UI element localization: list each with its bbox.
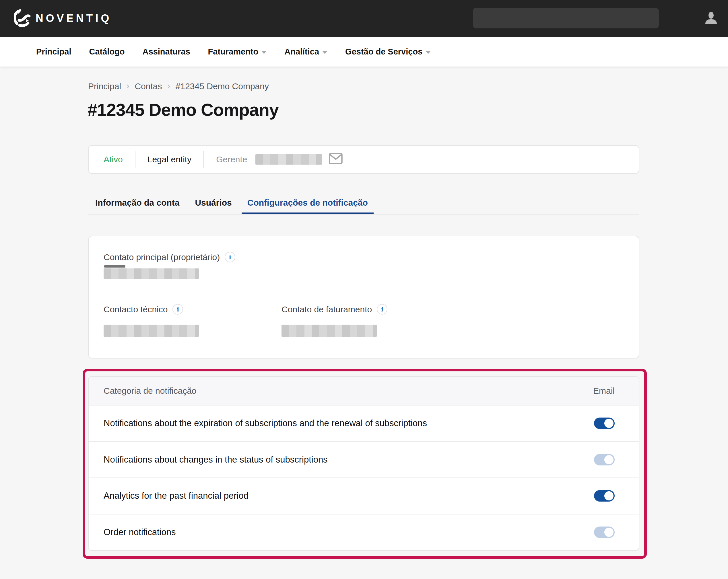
- table-row: Order notifications: [89, 515, 639, 550]
- tabs-baseline: [88, 214, 639, 215]
- primary-contact-label: Contato principal (proprietário) i: [104, 252, 235, 263]
- page-title: #12345 Demo Company: [87, 100, 279, 120]
- notification-category-label: Analytics for the past financial period: [104, 491, 249, 501]
- breadcrumb-separator: ›: [126, 81, 129, 90]
- top-app-bar: NOVENTIQ: [0, 0, 728, 37]
- chevron-down-icon: [322, 51, 328, 54]
- chevron-down-icon: [425, 51, 431, 54]
- nav-item-assinaturas[interactable]: Assinaturas: [142, 47, 190, 56]
- email-toggle[interactable]: [594, 526, 615, 538]
- notification-category-label: Notifications about the expiration of su…: [104, 418, 427, 429]
- breadcrumb-principal[interactable]: Principal: [88, 81, 121, 91]
- nav-item-analitica[interactable]: Analítica: [284, 47, 328, 56]
- account-status-bar: Ativo Legal entity Gerente: [88, 145, 639, 174]
- status-badge: Ativo: [104, 155, 123, 164]
- divider: [135, 151, 135, 168]
- logo-wordmark: NOVENTIQ: [35, 12, 112, 24]
- tab-configuracoes-de-notificacao[interactable]: Configurações de notificação: [242, 194, 373, 215]
- toggle-knob: [604, 419, 614, 428]
- breadcrumb-current: #12345 Demo Company: [176, 81, 269, 91]
- notification-category-label: Notifications about changes in the statu…: [104, 454, 328, 465]
- manager-name-redacted: [255, 154, 322, 165]
- toggle-knob: [604, 528, 614, 537]
- table-header-row: Categoria de notificação Email: [89, 377, 639, 406]
- entity-type-label: Legal entity: [148, 155, 191, 164]
- noventiq-logo[interactable]: NOVENTIQ: [14, 9, 112, 28]
- email-toggle[interactable]: [594, 417, 615, 429]
- info-icon[interactable]: i: [225, 252, 235, 263]
- manager-label: Gerente: [216, 155, 247, 164]
- breadcrumb-separator: ›: [167, 81, 170, 90]
- notification-category-label: Order notifications: [104, 527, 176, 537]
- billing-contact-redacted: [282, 325, 377, 337]
- notification-settings-table: Categoria de notificação Email Notificat…: [88, 376, 639, 551]
- breadcrumb: Principal › Contas › #12345 Demo Company: [88, 81, 269, 91]
- user-account-icon[interactable]: [704, 11, 719, 26]
- technical-contact-redacted: [104, 325, 199, 337]
- account-tabs: Informação da conta Usuários Configuraçõ…: [89, 194, 373, 215]
- tab-informacao-da-conta[interactable]: Informação da conta: [89, 194, 185, 215]
- email-toggle[interactable]: [594, 490, 615, 502]
- toggle-knob: [604, 455, 614, 464]
- noventiq-mark-icon: [14, 9, 31, 28]
- blurred-text-fragment: [104, 265, 125, 268]
- primary-contact-redacted: [104, 269, 199, 279]
- tab-usuarios[interactable]: Usuários: [189, 194, 237, 215]
- nav-item-principal[interactable]: Principal: [36, 47, 72, 56]
- table-row: Notifications about changes in the statu…: [89, 442, 639, 478]
- nav-item-faturamento[interactable]: Faturamento: [208, 47, 267, 56]
- table-row: Notifications about the expiration of su…: [89, 406, 639, 442]
- email-toggle[interactable]: [594, 454, 615, 465]
- info-icon[interactable]: i: [173, 304, 183, 314]
- main-nav: Principal Catálogo Assinaturas Faturamen…: [0, 37, 728, 66]
- contacts-card: Contato principal (proprietário) i Conta…: [88, 236, 639, 358]
- divider: [204, 151, 204, 168]
- search-input[interactable]: [473, 8, 659, 28]
- toggle-knob: [604, 491, 614, 500]
- billing-contact-label: Contato de faturamento i: [282, 304, 387, 314]
- email-column-header: Email: [593, 386, 615, 396]
- category-column-header: Categoria de notificação: [104, 386, 197, 396]
- envelope-icon[interactable]: [329, 153, 343, 166]
- info-icon[interactable]: i: [377, 304, 387, 314]
- nav-item-gestao-servicos[interactable]: Gestão de Serviços: [345, 47, 431, 56]
- nav-item-catalogo[interactable]: Catálogo: [89, 47, 125, 56]
- table-row: Analytics for the past financial period: [89, 478, 639, 515]
- account-page: NOVENTIQ Principal Catálogo Assinaturas …: [0, 0, 728, 579]
- technical-contact-label: Contacto técnico i: [104, 304, 183, 314]
- chevron-down-icon: [261, 51, 266, 54]
- breadcrumb-contas[interactable]: Contas: [135, 81, 162, 91]
